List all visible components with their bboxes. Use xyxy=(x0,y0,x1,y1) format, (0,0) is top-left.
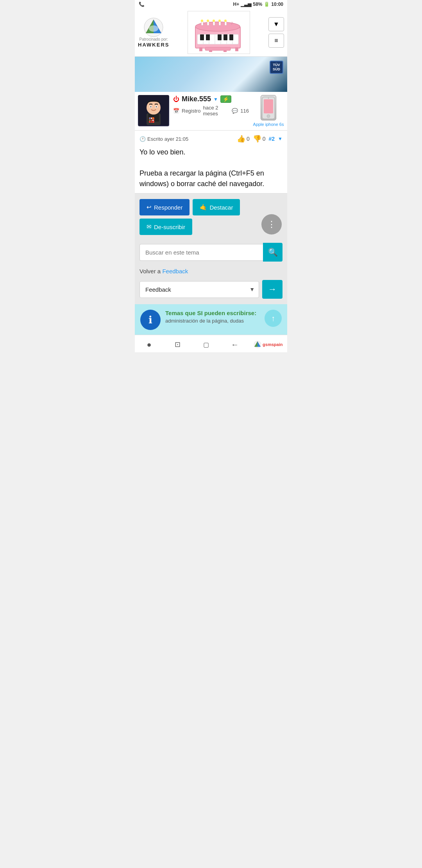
user-info: ⏻ Mike.555 ▼ ⚡ 📅 Registro hace 2 meses 💬… xyxy=(173,95,249,127)
ad-container: ♪ xyxy=(172,11,265,54)
dislike-item[interactable]: 👎 0 xyxy=(253,135,266,143)
site-logo xyxy=(144,18,163,37)
scroll-up-button[interactable]: ↑ xyxy=(265,310,282,327)
phone-icon: 📞 xyxy=(139,2,145,7)
svg-rect-29 xyxy=(205,47,231,50)
info-title-suffix: pueden escribirse: xyxy=(203,310,257,316)
unsubscribe-label: De-suscribir xyxy=(154,224,185,230)
signal-type: H+ xyxy=(233,2,240,7)
username-row: ⏻ Mike.555 ▼ ⚡ xyxy=(173,95,249,103)
device-name: Apple iphone 6s xyxy=(253,122,284,127)
post-line1: Yo lo veo bien. xyxy=(139,147,283,158)
svg-point-53 xyxy=(267,115,270,118)
tabs-icon: ▢ xyxy=(203,341,209,348)
back-nav-item[interactable]: ← xyxy=(225,338,245,351)
device-image xyxy=(261,95,276,120)
registro-label: Registro xyxy=(182,108,200,114)
home-icon: ● xyxy=(147,340,152,349)
svg-text:♪: ♪ xyxy=(231,20,233,26)
svg-rect-50 xyxy=(152,120,154,121)
svg-rect-45 xyxy=(149,118,150,119)
reply-label: Responder xyxy=(154,204,182,211)
svg-rect-19 xyxy=(201,22,203,25)
post-number: #2 xyxy=(269,136,275,142)
svg-point-28 xyxy=(224,20,227,22)
more-options-button[interactable]: ⋮ xyxy=(261,214,282,235)
tabs-nav-item[interactable]: ▢ xyxy=(197,338,216,351)
bottom-nav: ● ⊡ ▢ ← gsmspain xyxy=(135,335,287,352)
svg-rect-16 xyxy=(199,47,202,51)
recents-nav-item[interactable]: ⊡ xyxy=(168,338,188,351)
comment-count: 116 xyxy=(240,108,249,114)
dislikes-count: 0 xyxy=(263,136,266,142)
ad-banner: ♪ xyxy=(188,11,250,54)
bottom-logo: gsmspain xyxy=(254,341,283,348)
back-arrow-icon: ← xyxy=(231,340,239,349)
nav-dropdown-area: Feedback Noticias Soporte General ▼ → xyxy=(135,278,287,304)
logo-sponsor: Patrocinado por: HAWKERS xyxy=(138,18,169,48)
calendar-icon: 📅 xyxy=(173,108,179,114)
post-timestamp: ayer 21:05 xyxy=(165,136,188,142)
svg-rect-46 xyxy=(151,118,152,119)
device-card: Apple iphone 6s xyxy=(253,95,284,127)
search-input[interactable] xyxy=(139,244,263,261)
info-title-prefix: Temas que xyxy=(165,310,197,316)
username[interactable]: Mike.555 xyxy=(182,95,211,103)
battery-icon: 🔋 xyxy=(264,2,270,7)
comment-icon: 💬 xyxy=(232,108,238,114)
user-dropdown-icon[interactable]: ▼ xyxy=(213,97,218,102)
svg-point-22 xyxy=(207,20,209,22)
user-meta: 📅 Registro hace 2 meses 💬 116 xyxy=(173,105,249,117)
unsubscribe-button[interactable]: ✉ De-suscribir xyxy=(139,219,192,235)
svg-rect-12 xyxy=(206,34,210,40)
status-left: 📞 xyxy=(139,2,145,7)
dropdown-button[interactable]: ▼ xyxy=(268,17,284,31)
status-right: H+ ▁▃▅ 58% 🔋 10:00 xyxy=(233,2,283,7)
sponsor-label: Patrocinado por: xyxy=(139,37,168,42)
battery-percent: 58% xyxy=(253,2,262,7)
likes-count: 0 xyxy=(247,136,250,142)
post-line2: Prueba a recargar la página (Ctrl+F5 en … xyxy=(139,168,283,189)
like-item[interactable]: 👍 0 xyxy=(237,135,250,143)
svg-rect-15 xyxy=(229,34,233,40)
info-circle-icon: ℹ xyxy=(140,310,161,330)
svg-point-35 xyxy=(147,100,161,115)
highlight-button[interactable]: 🤙 Destacar xyxy=(193,199,240,215)
search-icon: 🔍 xyxy=(268,247,278,257)
svg-rect-23 xyxy=(213,22,215,25)
search-button[interactable]: 🔍 xyxy=(263,243,283,262)
post-num-dropdown[interactable]: ▼ xyxy=(278,136,283,142)
info-title-bold: SI xyxy=(197,310,202,316)
feedback-link[interactable]: Feedback xyxy=(162,268,188,274)
svg-point-54 xyxy=(268,97,269,99)
svg-rect-21 xyxy=(207,22,209,25)
svg-rect-25 xyxy=(219,22,221,25)
chevron-down-icon: ▼ xyxy=(273,21,279,28)
svg-point-1 xyxy=(149,25,158,32)
logo-text: gsmspain xyxy=(263,342,283,347)
registro-time: hace 2 meses xyxy=(203,105,229,117)
svg-point-39 xyxy=(156,106,157,108)
written-label: Escrito xyxy=(147,136,163,142)
nav-select[interactable]: Feedback Noticias Soporte General xyxy=(140,282,259,298)
svg-rect-14 xyxy=(224,34,227,40)
reply-button[interactable]: ↩ Responder xyxy=(139,199,190,215)
post-area: 🕐 Escrito ayer 21:05 👍 0 👎 0 #2 ▼ Yo lo … xyxy=(135,131,287,194)
go-arrow-icon: → xyxy=(268,284,277,294)
more-icon: ⋮ xyxy=(267,219,276,230)
arrow-up-icon: ↑ xyxy=(271,314,275,323)
header-actions: ▼ ≡ xyxy=(268,17,284,48)
svg-rect-52 xyxy=(264,99,273,113)
back-prefix: Volver a xyxy=(139,268,162,274)
svg-rect-31 xyxy=(224,50,227,52)
nav-go-button[interactable]: → xyxy=(262,280,283,299)
menu-button[interactable]: ≡ xyxy=(268,34,284,48)
home-nav-item[interactable]: ● xyxy=(139,338,159,351)
avatar-image xyxy=(139,96,168,126)
thumbdown-icon: 👎 xyxy=(253,135,261,143)
search-area: 🔍 xyxy=(135,239,287,265)
highlight-label: Destacar xyxy=(209,204,233,211)
svg-point-38 xyxy=(150,106,152,108)
svg-point-26 xyxy=(218,20,221,22)
signal-bars: ▁▃▅ xyxy=(241,2,251,7)
